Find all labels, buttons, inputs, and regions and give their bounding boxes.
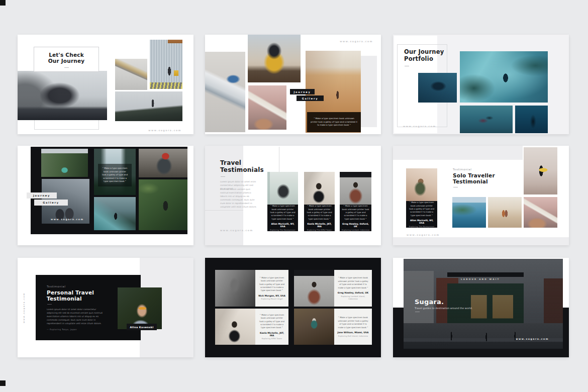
divider-dash (221, 176, 225, 177)
testimonial-card: “ Make a type specimen book unknown prin… (406, 168, 437, 228)
photo-man-maroon-shirt (294, 270, 334, 307)
testimonial-panel: “ Make a type specimen book unknown prin… (334, 270, 372, 307)
slide-title: Travel Testimonials (220, 159, 264, 173)
photo-underwater-snorkeler-top (460, 51, 548, 103)
photo-jungle-trekker (139, 179, 187, 230)
eyebrow-label: Testimonial (453, 168, 472, 171)
slide-four-testimonials-dark[interactable]: “ Make a type specimen book unknown prin… (205, 258, 381, 357)
slide-travel-testimonials[interactable]: Travel Testimonials Lorem ipsum dolor si… (205, 146, 381, 245)
website-url: www.sugara.com (340, 40, 373, 43)
photo-woman-on-car-roof (18, 71, 107, 120)
website-url: www.sugara.com (220, 229, 253, 232)
testimonial-sub: Exploring Eiffel Tower (258, 337, 285, 340)
testimonial-quote: “ Make a type specimen book unknown prin… (306, 205, 333, 221)
testimonial-panel: “ Make a type specimen book unknown prin… (255, 270, 288, 307)
slide-journey-gallery-dark[interactable]: www.sugara.com “ Make a type specimen bo… (18, 146, 193, 245)
testimonial-sub: Exploring Mount Angel (258, 298, 285, 300)
testimonial-footnote: — Exploring Tokyo, Japan (47, 328, 77, 331)
divider-dash (415, 312, 420, 312)
testimonial-quote: “ Make a type specimen book unknown prin… (342, 205, 369, 221)
photo-waterfall-person (94, 197, 136, 230)
corner-mark (0, 380, 6, 386)
photo-mountain-road-van (41, 149, 88, 177)
label-gallery: Gallery (34, 200, 68, 206)
website-url: www.sugara.com (51, 218, 84, 221)
slide-our-journey-portfolio[interactable]: Our Journey Portfolio www.sugara.com (393, 35, 569, 134)
photo-woman-headband (215, 309, 255, 345)
website-url: www.sugara.com (516, 338, 549, 340)
slide-title: Let's Check Our Journey (34, 47, 99, 64)
label-gallery: Gallery (297, 95, 324, 101)
website-url: www.sugara.com (407, 234, 440, 236)
photo-tropical-coast (452, 197, 486, 228)
photo-underwater-diver-small (418, 73, 457, 103)
slide-title: Solo Traveller Testimonial (453, 172, 495, 185)
photo-traveler-warm-light (406, 168, 437, 201)
testimonial-name: Allan Moricelli, NY, USA (408, 219, 435, 224)
photo-yellow-jacket-traveler (248, 35, 301, 82)
testimonial-sub: Exploring Lombok, Indonesia (342, 229, 369, 231)
photo-red-beanie-hiker (139, 149, 187, 177)
testimonial-name: Greg Hawley, Oxford, UK (337, 291, 369, 294)
photo-beach-surfboard (524, 197, 557, 228)
photo-mountain-hiker (115, 91, 182, 121)
testimonial-sub: Exploring Lombok Island, Indonesia (337, 295, 369, 300)
testimonial-quote: “ Make a type specimen book unknown prin… (408, 201, 435, 217)
storefront-sign: LABOUR AND WAIT (461, 278, 500, 280)
testimonial-name: Allan Moricelli, NY, USA (269, 223, 296, 228)
slide-sugara-cover[interactable]: LABOUR AND WAIT Sugara. Travel guides to… (393, 258, 569, 357)
photo-underwater-two-divers (460, 106, 513, 133)
slide-journey-gallery-light[interactable]: www.sugara.com “ Make a type specimen bo… (205, 35, 381, 134)
testimonial-sub: Exploring The Honeymoon (408, 225, 435, 228)
testimonial-name: Jane Willson, Miami, USA (337, 331, 369, 334)
testimonial-sub: Exploring The Eiffel Tower (306, 229, 333, 231)
testimonial-panel: “ Make a type specimen book unknown prin… (334, 309, 372, 345)
slide-title: Personal Travel Testimonial (47, 289, 94, 302)
title-box: Let's Check Our Journey (34, 47, 99, 72)
divider-dash (47, 304, 52, 305)
testimonial-card: “ Make a type specimen book unknown prin… (340, 172, 371, 231)
testimonial-quote: “ Make a type specimen book unknown prin… (258, 314, 285, 330)
photo-man-maroon-shirt (340, 172, 371, 205)
photo-man-in-tree-bw (215, 270, 255, 307)
slide-lets-check-our-journey[interactable]: Let's Check Our Journey www.sugara.com (18, 35, 193, 134)
eyebrow-label: Testimonial (47, 285, 66, 288)
divider-dash (453, 187, 458, 187)
photo-woman-headband (304, 172, 335, 205)
slide-title: Our Journey Portfolio (404, 49, 444, 62)
testimonial-text: “ Make a type specimen book unknown prin… (406, 201, 437, 228)
label-journey: Journey (27, 192, 57, 199)
website-url-vertical: www.sugara.com (23, 293, 25, 323)
slide-solo-traveller-testimonial[interactable]: “ Make a type specimen book unknown prin… (393, 146, 569, 245)
testimonial-name: Kaela Michelle, JKT, INA (306, 223, 333, 228)
photo-beach-couple (488, 197, 522, 228)
label-journey: Journey (290, 89, 315, 94)
testimonial-name: Kaela Michelle, JKT, INA (258, 332, 285, 337)
testimonial-text: “ Make a type specimen book unknown prin… (267, 205, 298, 231)
hairline-vertical (279, 147, 279, 173)
photo-plane-wing (115, 59, 147, 90)
photo-hiker-teal-jacket (294, 309, 334, 345)
photo-plane-wing-window (205, 52, 245, 132)
testimonial-card: “ Make a type specimen book unknown prin… (304, 172, 335, 231)
backdrop-panel-top (393, 146, 523, 160)
intro-paragraph-2: Enim ad minim veniam quis nostrud exerci… (220, 187, 258, 209)
photo-corrugated-wall-walker (150, 40, 182, 89)
photo-underwater-freediver (515, 106, 548, 133)
testimonial-card: “ Make a type specimen book unknown prin… (267, 172, 298, 231)
slide-personal-travel-testimonial[interactable]: www.sugara.com Testimonial Personal Trav… (18, 258, 193, 357)
testimonial-text: “ Make a type specimen book unknown prin… (340, 205, 371, 231)
website-url: www.sugara.com (148, 129, 181, 132)
testimonial-sub: Exploring Bali Island, Indonesia (337, 335, 369, 337)
testimonial-name: Nick Morgan, NY, USA (258, 295, 285, 297)
photo-man-on-scaffold (267, 172, 298, 205)
hairline-horizontal (205, 210, 243, 211)
testimonial-name: Greg Hawley, Oxford, UK (342, 223, 369, 228)
testimonial-quote: “ Make a type specimen book unknown prin… (337, 316, 369, 329)
divider-dash (405, 66, 409, 66)
testimonial-quote: “ Make a type specimen book unknown prin… (269, 205, 296, 221)
name-badge: Alina Kavenski (127, 324, 157, 330)
corner-mark (0, 0, 6, 6)
divider-dash (64, 67, 69, 68)
photo-woman-orange-glasses (118, 287, 162, 329)
